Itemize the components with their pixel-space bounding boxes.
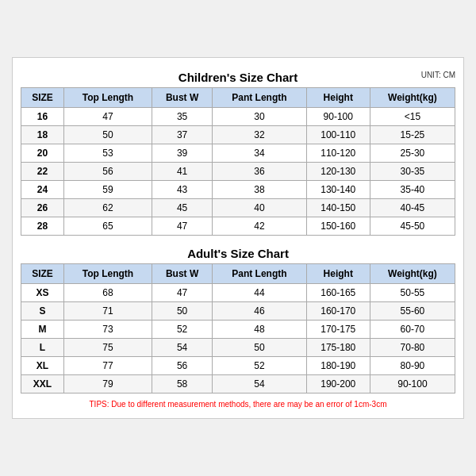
children-cell: 59 (63, 181, 152, 199)
children-cell: 38 (213, 181, 306, 199)
adult-cell: L (21, 339, 64, 357)
adult-cell: 60-70 (370, 321, 455, 339)
children-cell: 50 (63, 126, 152, 144)
chart-container: Children's Size Chart UNIT: CM SIZE Top … (12, 57, 464, 419)
adult-cell: 80-90 (370, 357, 455, 375)
children-cell: 25-30 (370, 144, 455, 163)
adult-cell: 68 (63, 284, 152, 302)
adult-cell: 77 (63, 357, 152, 375)
adult-table: SIZE Top Length Bust W Pant Length Heigh… (21, 263, 455, 393)
children-col-weight: Weight(kg) (370, 88, 455, 108)
adult-cell: 56 (152, 357, 213, 375)
children-cell: 37 (152, 126, 213, 144)
adult-cell: 71 (63, 302, 152, 321)
children-cell: <15 (370, 108, 455, 126)
children-cell: 45-50 (370, 217, 455, 236)
children-cell: 35 (152, 108, 213, 126)
adult-cell: 55-60 (370, 302, 455, 321)
adult-cell: 79 (63, 375, 152, 393)
adult-row: L755450175-18070-80 (21, 339, 455, 357)
children-cell: 140-150 (306, 199, 370, 217)
adult-cell: 47 (152, 284, 213, 302)
adult-cell: 50 (152, 302, 213, 321)
children-row: 26624540140-15040-45 (21, 199, 455, 217)
adult-cell: XL (21, 357, 64, 375)
adult-cell: 170-175 (306, 321, 370, 339)
unit-label: UNIT: CM (421, 71, 455, 79)
children-cell: 34 (213, 144, 306, 163)
adult-col-pantlength: Pant Length (213, 264, 306, 284)
adult-cell: 46 (213, 302, 306, 321)
children-cell: 26 (21, 199, 64, 217)
adult-cell: 52 (213, 357, 306, 375)
adult-col-size: SIZE (21, 264, 64, 284)
adult-row: XL775652180-19080-90 (21, 357, 455, 375)
children-cell: 90-100 (306, 108, 370, 126)
adult-cell: 70-80 (370, 339, 455, 357)
children-cell: 120-130 (306, 163, 370, 181)
adult-title-text: Adult's Size Chart (187, 247, 289, 260)
adult-col-height: Height (306, 264, 370, 284)
adult-cell: 73 (63, 321, 152, 339)
children-row: 1647353090-100<15 (21, 108, 455, 126)
children-cell: 40 (213, 199, 306, 217)
children-title: Children's Size Chart UNIT: CM (21, 66, 455, 87)
adult-row: XXL795854190-20090-100 (21, 375, 455, 393)
adult-cell: 160-170 (306, 302, 370, 321)
children-cell: 45 (152, 199, 213, 217)
adult-cell: 90-100 (370, 375, 455, 393)
adult-row: XS684744160-16550-55 (21, 284, 455, 302)
adult-row: S715046160-17055-60 (21, 302, 455, 321)
children-cell: 35-40 (370, 181, 455, 199)
children-col-height: Height (306, 88, 370, 108)
adult-cell: 48 (213, 321, 306, 339)
children-row: 24594338130-14035-40 (21, 181, 455, 199)
children-cell: 56 (63, 163, 152, 181)
children-row: 18503732100-11015-25 (21, 126, 455, 144)
adult-cell: 54 (213, 375, 306, 393)
children-cell: 65 (63, 217, 152, 236)
children-cell: 18 (21, 126, 64, 144)
children-col-size: SIZE (21, 88, 64, 108)
children-cell: 40-45 (370, 199, 455, 217)
children-cell: 47 (152, 217, 213, 236)
children-cell: 110-120 (306, 144, 370, 163)
children-table: SIZE Top Length Bust W Pant Length Heigh… (21, 87, 455, 236)
adult-cell: 44 (213, 284, 306, 302)
children-cell: 15-25 (370, 126, 455, 144)
children-header-row: SIZE Top Length Bust W Pant Length Heigh… (21, 88, 455, 108)
children-row: 28654742150-16045-50 (21, 217, 455, 236)
children-cell: 41 (152, 163, 213, 181)
children-col-toplength: Top Length (63, 88, 152, 108)
children-cell: 20 (21, 144, 64, 163)
adult-cell: M (21, 321, 64, 339)
adult-cell: 50-55 (370, 284, 455, 302)
adult-header-row: SIZE Top Length Bust W Pant Length Heigh… (21, 264, 455, 284)
adult-cell: 54 (152, 339, 213, 357)
children-cell: 22 (21, 163, 64, 181)
children-cell: 24 (21, 181, 64, 199)
children-cell: 47 (63, 108, 152, 126)
adult-cell: S (21, 302, 64, 321)
children-cell: 36 (213, 163, 306, 181)
adult-cell: XS (21, 284, 64, 302)
children-title-text: Children's Size Chart (178, 71, 298, 84)
children-cell: 30-35 (370, 163, 455, 181)
children-cell: 130-140 (306, 181, 370, 199)
children-cell: 150-160 (306, 217, 370, 236)
adult-cell: 52 (152, 321, 213, 339)
children-cell: 39 (152, 144, 213, 163)
children-cell: 28 (21, 217, 64, 236)
tips-text: TIPS: Due to different measurement metho… (21, 398, 455, 410)
children-cell: 62 (63, 199, 152, 217)
children-cell: 43 (152, 181, 213, 199)
children-cell: 53 (63, 144, 152, 163)
adult-col-weight: Weight(kg) (370, 264, 455, 284)
children-col-pantlength: Pant Length (213, 88, 306, 108)
adult-cell: 175-180 (306, 339, 370, 357)
adult-cell: XXL (21, 375, 64, 393)
children-col-bustw: Bust W (152, 88, 213, 108)
adult-cell: 75 (63, 339, 152, 357)
adult-cell: 160-165 (306, 284, 370, 302)
adult-title: Adult's Size Chart (21, 242, 455, 263)
